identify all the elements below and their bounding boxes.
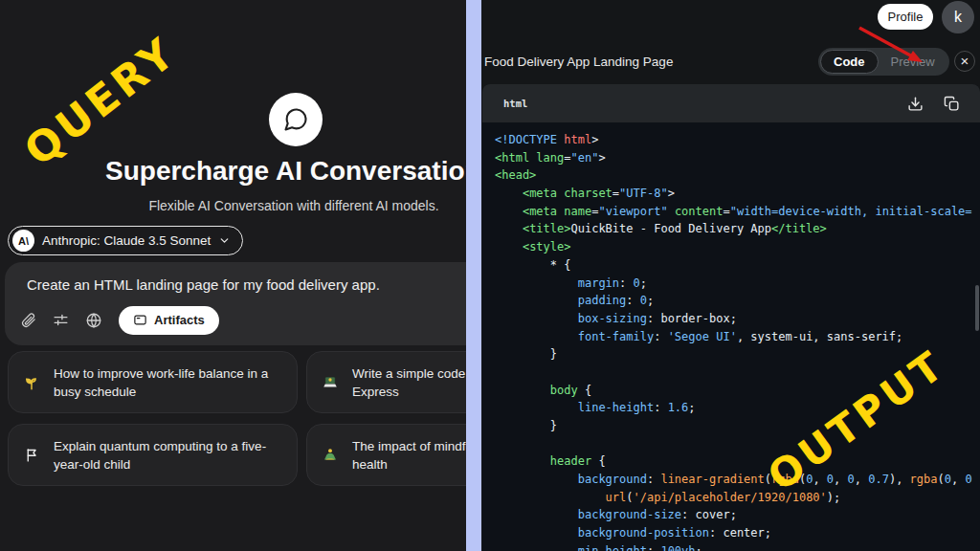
artifact-panel: Profile k Food Delivery App Landing Page… — [481, 0, 980, 551]
copy-icon[interactable] — [942, 94, 961, 113]
web-globe-icon[interactable] — [84, 311, 102, 329]
attach-file-icon[interactable] — [19, 311, 37, 329]
chat-bubble-icon — [269, 93, 323, 146]
chart-flag-icon — [22, 446, 41, 465]
chevron-down-icon — [218, 234, 231, 247]
suggestion-text: The impact of mindfu — [352, 437, 466, 455]
suggestion-text: Write a simple code in — [352, 364, 466, 383]
model-selector-label: Anthropic: Claude 3.5 Sonnet — [42, 233, 211, 248]
model-selector[interactable]: A\ Anthropic: Claude 3.5 Sonnet — [8, 226, 243, 255]
code-preview-toggle: Code Preview — [818, 48, 949, 76]
code-content[interactable]: <!DOCTYPE html><html lang="en"><head> <m… — [482, 122, 980, 551]
suggestion-text: busy schedule — [54, 383, 268, 401]
anthropic-logo-icon: A\ — [12, 230, 34, 252]
artifact-title: Food Delivery App Landing Page — [484, 55, 673, 69]
code-block-header: html — [482, 84, 980, 122]
download-icon[interactable] — [905, 94, 924, 113]
page-title: Supercharge AI Conversations — [105, 156, 466, 187]
laptop-icon — [321, 373, 340, 392]
seedling-icon — [22, 373, 41, 392]
suggestion-text: year-old child — [54, 455, 266, 474]
suggestion-card-mindfulness[interactable]: The impact of mindfu health — [306, 424, 466, 486]
input-toolbar: Artifacts — [19, 305, 219, 335]
suggestion-card-quantum[interactable]: Explain quantum computing to a five- yea… — [8, 424, 298, 486]
suggestion-card-express-code[interactable]: Write a simple code in Express — [306, 351, 466, 413]
profile-button[interactable]: Profile — [878, 4, 933, 30]
user-avatar[interactable]: k — [942, 1, 974, 33]
suggestion-card-work-life[interactable]: How to improve work-life balance in a bu… — [8, 351, 298, 413]
artifacts-button[interactable]: Artifacts — [119, 306, 219, 335]
prompt-input-value[interactable]: Create an HTML landing page for my food … — [27, 276, 380, 293]
page-subtitle: Flexible AI Conversation with different … — [0, 198, 466, 213]
meditation-icon — [321, 446, 340, 465]
tab-preview[interactable]: Preview — [879, 55, 947, 69]
artifacts-button-label: Artifacts — [154, 313, 205, 327]
settings-sliders-icon[interactable] — [52, 311, 70, 329]
scrollbar-thumb[interactable] — [975, 285, 979, 331]
window-icon — [133, 313, 147, 327]
code-block: html <!DOCTYPE html><html lang="en"><hea… — [482, 84, 980, 551]
suggestion-text: Explain quantum computing to a five- — [54, 437, 266, 455]
code-language-label: html — [503, 98, 527, 109]
close-icon[interactable]: × — [954, 51, 975, 72]
suggestion-text: Express — [352, 383, 466, 401]
suggestion-text: health — [352, 455, 466, 474]
chat-app-panel: QUERY Supercharge AI Conversations Flexi… — [0, 0, 466, 551]
tab-code[interactable]: Code — [820, 50, 879, 74]
prompt-input-card[interactable]: Create an HTML landing page for my food … — [5, 262, 466, 345]
suggestion-text: How to improve work-life balance in a — [54, 364, 268, 383]
